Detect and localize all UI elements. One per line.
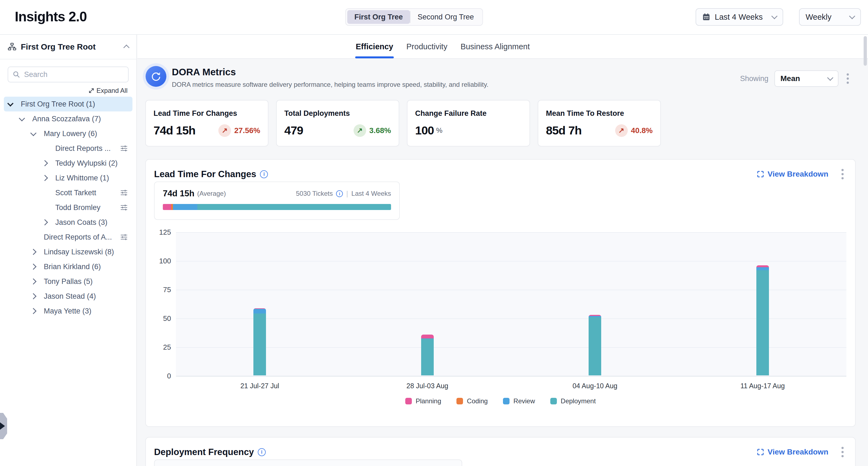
dora-metrics-title: DORA Metrics <box>172 66 236 78</box>
tree-item-root[interactable]: First Org Tree Root (1) <box>4 97 132 111</box>
gridline <box>176 318 846 319</box>
bar-segment-deployment <box>589 317 601 375</box>
tree-item-lindsay-liszewski[interactable]: Lindsay Liszewski (8) <box>4 244 132 259</box>
metric-value: 74d 15h <box>154 124 195 137</box>
section-title: Lead Time For Changes <box>154 169 256 179</box>
search-icon <box>12 70 20 78</box>
showing-row: Showing Mean <box>740 70 851 87</box>
dora-metrics-icon <box>146 66 166 87</box>
date-range-select[interactable]: Last 4 Weeks <box>695 8 783 26</box>
tree-item-todd-bromley[interactable]: Todd Bromley <box>4 200 132 215</box>
gridline <box>176 347 846 348</box>
stacked-bar-28 Jul-03 Aug[interactable] <box>421 334 434 375</box>
summary-bar-review <box>173 204 197 210</box>
tree-item-jason-coats[interactable]: Jason Coats (3) <box>4 215 132 230</box>
legend-item-planning[interactable]: Planning <box>405 397 441 405</box>
view-breakdown-link[interactable]: View Breakdown <box>756 170 828 178</box>
info-icon[interactable]: i <box>258 448 266 456</box>
tree-item-maya-yette[interactable]: Maya Yette (3) <box>4 303 132 318</box>
tree-item-jason-stead[interactable]: Jason Stead (4) <box>4 289 132 303</box>
tree-item-liz-whittome[interactable]: Liz Whittome (1) <box>4 171 132 185</box>
filter-icon[interactable] <box>120 203 128 212</box>
tree-item-tony-pallas[interactable]: Tony Pallas (5) <box>4 274 132 289</box>
gridline <box>176 376 846 376</box>
x-axis-label: 11 Aug-17 Aug <box>722 382 804 390</box>
bar-segment-deployment <box>756 270 769 375</box>
bar-segment-review <box>253 309 266 314</box>
tree-item-teddy-wylupski[interactable]: Teddy Wylupski (2) <box>4 156 132 171</box>
legend-label: Review <box>514 397 535 405</box>
chevron-down-icon <box>771 13 778 20</box>
metric-cards: Lead Time For Changes 74d 15h ↗ 27.56% T… <box>145 100 661 146</box>
scrollbar-thumb[interactable] <box>864 36 867 66</box>
search-input[interactable] <box>24 70 124 79</box>
section-title: Deployment Frequency <box>154 447 254 457</box>
toggle-first-org-tree[interactable]: First Org Tree <box>347 10 410 24</box>
tab-business-alignment[interactable]: Business Alignment <box>460 35 530 58</box>
chart-legend: PlanningCodingReviewDeployment <box>146 397 855 405</box>
date-range-value: Last 4 Weeks <box>715 12 763 22</box>
lead-time-summary-card: 74d 15h (Average) 5030 Tickets i | Last … <box>154 181 400 220</box>
sidebar-search[interactable] <box>8 66 129 82</box>
tab-efficiency[interactable]: Efficiency <box>355 35 394 58</box>
stacked-bar-11 Aug-17 Aug[interactable] <box>756 265 769 375</box>
tree-item-direct-reports[interactable]: Direct Reports ... <box>4 141 132 156</box>
top-header: Insights 2.0 First Org Tree Second Org T… <box>0 0 868 35</box>
granularity-select[interactable]: Weekly <box>799 8 861 26</box>
expand-icon <box>88 88 94 94</box>
metric-title: Change Failure Rate <box>415 109 522 118</box>
sidebar-header[interactable]: First Org Tree Root <box>0 35 136 59</box>
legend-swatch <box>457 398 463 404</box>
legend-label: Coding <box>467 397 488 405</box>
tree-item-direct-reports-of-anna[interactable]: Direct Reports of A... <box>4 230 132 244</box>
view-breakdown-link[interactable]: View Breakdown <box>756 448 828 457</box>
stacked-bar-21 Jul-27 Jul[interactable] <box>253 308 266 375</box>
trend-up-icon: ↗ <box>615 124 628 137</box>
tree-item-scott-tarkett[interactable]: Scott Tarkett <box>4 185 132 200</box>
lead-time-chart <box>176 232 846 376</box>
x-axis-label: 28 Jul-03 Aug <box>386 382 468 390</box>
toggle-second-org-tree[interactable]: Second Org Tree <box>410 10 481 24</box>
deployment-frequency-panel: Deployment Frequency i View Breakdown <box>145 437 856 466</box>
expand-all-label: Expand All <box>97 87 127 94</box>
legend-item-review[interactable]: Review <box>503 397 535 405</box>
chevron-down-icon <box>849 13 856 20</box>
gridline <box>176 290 846 290</box>
aggregation-select[interactable]: Mean <box>774 70 838 87</box>
tree-item-mary-lowery[interactable]: Mary Lowery (6) <box>4 126 132 141</box>
info-icon[interactable]: i <box>260 170 268 178</box>
expand-all-button[interactable]: Expand All <box>9 87 127 94</box>
legend-label: Planning <box>416 397 441 405</box>
legend-label: Deployment <box>561 397 596 405</box>
summary-divider: | <box>346 190 348 198</box>
stacked-bar-04 Aug-10 Aug[interactable] <box>589 315 601 375</box>
main-content: Efficiency Productivity Business Alignme… <box>137 35 868 466</box>
sidebar-root-label: First Org Tree Root <box>21 42 95 52</box>
chevron-down-icon <box>827 75 834 81</box>
bar-segment-deployment <box>253 314 266 375</box>
card-mean-time-to-restore: Mean Time To Restore 85d 7h ↗ 40.8% <box>538 100 661 146</box>
legend-item-deployment[interactable]: Deployment <box>550 397 596 405</box>
tree-item-anna-scozzafava[interactable]: Anna Scozzafava (7) <box>4 111 132 126</box>
summary-value: 74d 15h <box>163 188 194 199</box>
showing-label: Showing <box>740 75 768 83</box>
filter-icon[interactable] <box>120 188 128 197</box>
filter-icon[interactable] <box>120 233 128 241</box>
legend-item-coding[interactable]: Coding <box>457 397 488 405</box>
tree-item-brian-kirkland[interactable]: Brian Kirkland (6) <box>4 259 132 274</box>
bar-segment-planning <box>421 334 434 338</box>
metric-title: Mean Time To Restore <box>546 109 653 118</box>
calendar-icon <box>702 13 710 21</box>
phase-distribution-bar <box>163 204 391 210</box>
collapse-chevron-icon[interactable] <box>123 45 130 51</box>
filter-icon[interactable] <box>120 144 128 152</box>
section-kebab-menu[interactable] <box>839 445 846 460</box>
y-axis-tick: 100 <box>148 257 171 265</box>
info-icon[interactable]: i <box>336 190 343 197</box>
section-kebab-menu[interactable] <box>839 167 846 181</box>
metric-title: Lead Time For Changes <box>154 109 260 118</box>
dora-kebab-menu[interactable] <box>844 71 851 86</box>
org-tree-sidebar: First Org Tree Root Expand All First Org… <box>0 35 137 466</box>
tab-productivity[interactable]: Productivity <box>406 35 448 58</box>
legend-swatch <box>550 398 557 404</box>
